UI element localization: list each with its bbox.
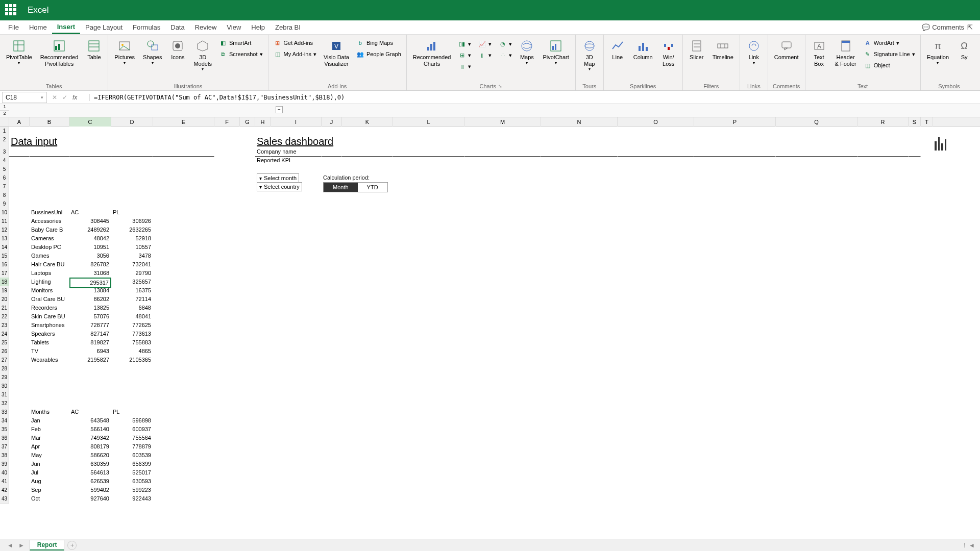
spark-winloss-button[interactable]: Win/ Loss	[658, 37, 679, 69]
cell[interactable]	[541, 304, 618, 313]
cell[interactable]	[464, 425, 541, 434]
cell[interactable]	[69, 390, 111, 399]
cell[interactable]	[393, 312, 464, 321]
chart-combo-button[interactable]: ⫼▾	[456, 61, 473, 71]
cell[interactable]	[541, 399, 618, 408]
cell[interactable]	[776, 312, 857, 321]
cell[interactable]	[464, 226, 541, 235]
cell[interactable]	[776, 226, 857, 235]
cell[interactable]	[857, 442, 909, 452]
col-O[interactable]: O	[618, 117, 694, 127]
cell[interactable]	[541, 191, 618, 200]
cell[interactable]	[541, 217, 618, 226]
col-T[interactable]: T	[921, 117, 933, 127]
cell[interactable]	[271, 191, 322, 200]
cell[interactable]	[776, 165, 857, 174]
cell[interactable]	[909, 147, 921, 157]
cell[interactable]	[933, 460, 948, 469]
cell[interactable]	[153, 217, 214, 226]
cell[interactable]	[255, 408, 271, 417]
cell[interactable]	[342, 208, 393, 217]
cell[interactable]	[921, 156, 933, 165]
cell[interactable]	[857, 390, 909, 399]
cell[interactable]	[909, 364, 921, 373]
cell[interactable]	[857, 156, 909, 165]
cell[interactable]	[933, 199, 948, 209]
cell[interactable]	[618, 486, 694, 495]
chart-line-button[interactable]: 📈▾	[476, 39, 494, 49]
cell[interactable]	[153, 347, 214, 356]
row-header[interactable]: 22	[0, 312, 9, 321]
cell[interactable]	[933, 234, 948, 243]
cell[interactable]: 86202	[69, 295, 111, 304]
cell[interactable]	[464, 364, 541, 373]
cell[interactable]	[240, 399, 255, 408]
cell[interactable]	[933, 468, 948, 478]
cell[interactable]	[240, 373, 255, 382]
cell[interactable]	[271, 460, 322, 469]
cell[interactable]	[153, 127, 214, 136]
cell[interactable]	[541, 477, 618, 486]
cell[interactable]	[618, 416, 694, 425]
cell[interactable]: 13825	[69, 304, 111, 313]
cell[interactable]	[921, 260, 933, 269]
col-E[interactable]: E	[153, 117, 214, 127]
cell[interactable]	[322, 434, 342, 443]
cell[interactable]	[933, 434, 948, 443]
link-button[interactable]: Link▾	[743, 37, 765, 67]
col-R[interactable]: R	[857, 117, 909, 127]
row-header[interactable]: 11	[0, 217, 9, 226]
cell[interactable]: PL	[111, 408, 153, 417]
cell[interactable]: 4865	[111, 347, 153, 356]
row-header[interactable]: 3	[0, 147, 9, 157]
cell[interactable]	[933, 312, 948, 321]
cell[interactable]: 922443	[111, 494, 153, 504]
cell[interactable]	[255, 425, 271, 434]
cell[interactable]	[464, 494, 541, 504]
cell[interactable]	[240, 191, 255, 200]
cell[interactable]	[255, 252, 271, 261]
cell[interactable]	[9, 338, 30, 347]
cell[interactable]	[9, 416, 30, 425]
cell[interactable]	[541, 382, 618, 391]
cell[interactable]: 13084	[69, 286, 111, 295]
cell[interactable]	[214, 494, 240, 504]
row-header[interactable]: 38	[0, 451, 9, 460]
cell[interactable]	[322, 312, 342, 321]
cell[interactable]	[214, 477, 240, 486]
cell[interactable]: 3478	[111, 252, 153, 261]
cell[interactable]: 3056	[69, 252, 111, 261]
cell[interactable]	[618, 147, 694, 157]
cell[interactable]	[153, 451, 214, 460]
cell[interactable]: 755564	[111, 434, 153, 443]
cell[interactable]	[857, 226, 909, 235]
cell[interactable]	[618, 269, 694, 278]
cell[interactable]	[776, 486, 857, 495]
cell[interactable]	[933, 347, 948, 356]
cell[interactable]	[921, 191, 933, 200]
cell[interactable]	[921, 356, 933, 365]
cell[interactable]	[255, 486, 271, 495]
cell[interactable]	[214, 364, 240, 373]
row-header[interactable]: 31	[0, 390, 9, 399]
cell[interactable]: BussinesUni	[30, 208, 69, 217]
cell[interactable]	[153, 330, 214, 339]
cell[interactable]	[909, 252, 921, 261]
cell[interactable]	[342, 243, 393, 252]
cell[interactable]	[153, 147, 214, 157]
cell[interactable]	[909, 226, 921, 235]
bing-maps-button[interactable]: bBing Maps	[354, 38, 403, 48]
cell[interactable]	[933, 494, 948, 504]
chart-column-button[interactable]: ▯▮▾	[456, 39, 473, 49]
cell[interactable]	[464, 304, 541, 313]
cell[interactable]	[342, 460, 393, 469]
cell[interactable]	[933, 425, 948, 434]
cell[interactable]	[240, 234, 255, 243]
cell[interactable]	[322, 208, 342, 217]
cell[interactable]	[255, 260, 271, 269]
cell[interactable]	[342, 373, 393, 382]
cell[interactable]	[393, 226, 464, 235]
cell[interactable]	[909, 460, 921, 469]
cell[interactable]	[240, 243, 255, 252]
cell[interactable]	[255, 468, 271, 478]
